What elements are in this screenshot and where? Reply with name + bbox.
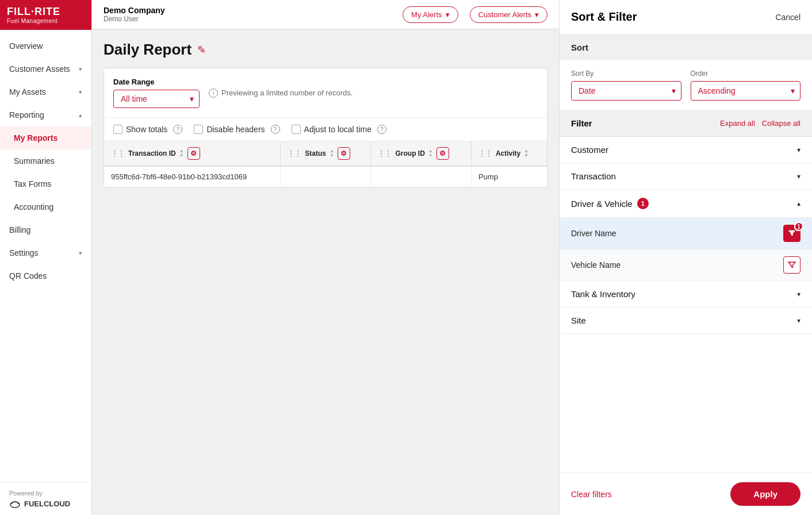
page-title: Daily Report — [104, 41, 191, 59]
filter-actions: Expand all Collapse all — [720, 119, 800, 128]
order-select-wrap: Ascending Descending ▾ — [691, 81, 801, 101]
sidebar-item-label: Billing — [9, 225, 30, 235]
date-range-section: Date Range All time Today Last 7 days La… — [113, 78, 200, 108]
filter-group-driver-vehicle-header[interactable]: Driver & Vehicle 1 ▴ — [560, 190, 812, 217]
filter-group-transaction: Transaction ▾ — [560, 163, 812, 190]
filter-group-site-header[interactable]: Site ▾ — [560, 308, 812, 333]
sidebar-item-label: Overview — [9, 41, 43, 51]
cell-group-id — [371, 166, 471, 187]
driver-name-label: Driver Name — [571, 229, 616, 238]
clear-filters-button[interactable]: Clear filters — [571, 490, 612, 499]
col-settings-icon[interactable]: ⚙ — [436, 147, 449, 160]
sort-by-label: Sort By — [571, 70, 681, 78]
show-totals-option[interactable]: Show totals ? — [113, 125, 182, 134]
sidebar-nav: Overview Customer Assets ▾ My Assets ▾ R… — [0, 30, 91, 482]
date-range-row: Date Range All time Today Last 7 days La… — [104, 68, 547, 118]
filter-group-transaction-header[interactable]: Transaction ▾ — [560, 163, 812, 189]
driver-name-filter-button[interactable]: 1 — [783, 225, 800, 242]
sort-icon[interactable]: ▲▼ — [428, 149, 433, 158]
preview-message: i Previewing a limited number of records… — [209, 89, 353, 98]
sidebar-item-label: Settings — [9, 248, 39, 258]
adjust-local-time-option[interactable]: Adjust to local time ? — [292, 125, 387, 134]
sidebar-logo: FILL·RITE Fuel Management — [0, 0, 91, 30]
filter-group-tank-inventory: Tank & Inventory ▾ — [560, 281, 812, 308]
filter-icon — [788, 229, 796, 237]
sort-by-field: Sort By Date Transaction ID Status Activ… — [571, 70, 681, 101]
disable-headers-option[interactable]: Disable headers ? — [194, 125, 279, 134]
col-settings-icon[interactable]: ⚙ — [338, 147, 350, 160]
sidebar-item-qr-codes[interactable]: QR Codes — [0, 264, 91, 287]
drag-handle-icon[interactable]: ⋮⋮ — [478, 149, 492, 157]
logo-fillrite: FILL·RITE — [7, 6, 60, 18]
fuelcloud-label: FUELCLOUD — [24, 499, 70, 508]
sidebar-item-my-reports[interactable]: My Reports — [0, 126, 91, 149]
sidebar-item-customer-assets[interactable]: Customer Assets ▾ — [0, 57, 91, 80]
sidebar-item-billing[interactable]: Billing — [0, 218, 91, 241]
filter-group-driver-vehicle: Driver & Vehicle 1 ▴ Driver Name 1 Vehic… — [560, 190, 812, 281]
chevron-down-icon: ▾ — [446, 10, 450, 19]
sidebar-item-overview[interactable]: Overview — [0, 34, 91, 57]
order-select[interactable]: Ascending Descending — [691, 81, 801, 101]
filter-sub-item-driver-name: Driver Name 1 — [560, 217, 812, 249]
sidebar-item-reporting[interactable]: Reporting ▴ — [0, 103, 91, 126]
edit-icon[interactable]: ✎ — [197, 44, 206, 56]
col-activity: ⋮⋮ Activity ▲▼ — [471, 141, 547, 166]
drag-handle-icon[interactable]: ⋮⋮ — [111, 149, 125, 157]
filter-group-customer: Customer ▾ — [560, 137, 812, 163]
disable-headers-label: Disable headers — [206, 125, 265, 134]
disable-headers-checkbox[interactable] — [194, 125, 203, 134]
panel-footer: Clear filters Apply — [560, 472, 812, 515]
table-row: 955ffc6d-7bf6-48e0-91b0-b21393cd1069 Pum… — [104, 166, 547, 187]
page-title-row: Daily Report ✎ — [104, 41, 547, 59]
order-field: Order Ascending Descending ▾ — [691, 70, 801, 101]
content-area: Daily Report ✎ Date Range All time Today… — [92, 29, 559, 515]
adjust-local-time-label: Adjust to local time — [304, 125, 372, 134]
col-settings-icon[interactable]: ⚙ — [187, 147, 200, 160]
sidebar-item-label: QR Codes — [9, 271, 47, 280]
chevron-down-icon: ▾ — [79, 89, 82, 96]
drag-handle-icon[interactable]: ⋮⋮ — [288, 149, 301, 157]
sort-fields: Sort By Date Transaction ID Status Activ… — [560, 60, 812, 110]
chevron-down-icon: ▾ — [797, 317, 800, 325]
show-totals-label: Show totals — [126, 125, 167, 134]
date-range-select[interactable]: All time Today Last 7 days Last 30 days … — [113, 90, 200, 108]
expand-all-button[interactable]: Expand all — [720, 119, 755, 128]
topbar: Demo Company Demo User My Alerts ▾ Custo… — [92, 0, 559, 29]
drag-handle-icon[interactable]: ⋮⋮ — [378, 149, 392, 157]
vehicle-name-label: Vehicle Name — [571, 260, 621, 270]
sidebar-item-accounting[interactable]: Accounting — [0, 195, 91, 218]
apply-button[interactable]: Apply — [730, 482, 800, 506]
report-table: ⋮⋮ Transaction ID ▲▼ ⚙ ⋮⋮ Status — [104, 141, 547, 187]
sidebar-item-tax-forms[interactable]: Tax Forms — [0, 172, 91, 195]
fuelcloud-icon — [9, 499, 21, 508]
cell-status — [281, 166, 371, 187]
sort-icon[interactable]: ▲▼ — [179, 149, 184, 158]
show-totals-checkbox[interactable] — [113, 125, 122, 134]
sidebar-item-summaries[interactable]: Summaries — [0, 149, 91, 172]
sidebar-item-label: My Assets — [9, 87, 46, 97]
panel-header: Sort & Filter Cancel — [560, 0, 812, 34]
company-info: Demo Company Demo User — [104, 6, 165, 23]
date-range-select-wrap: All time Today Last 7 days Last 30 days … — [113, 90, 200, 108]
vehicle-name-filter-button[interactable] — [783, 256, 800, 274]
filter-group-tank-inventory-header[interactable]: Tank & Inventory ▾ — [560, 281, 812, 307]
sidebar-item-label: Tax Forms — [14, 179, 51, 189]
my-alerts-button[interactable]: My Alerts ▾ — [403, 6, 458, 23]
info-icon: ? — [173, 125, 182, 134]
sort-icon[interactable]: ▲▼ — [330, 149, 334, 158]
filter-badge: 1 — [637, 198, 649, 209]
customer-alerts-button[interactable]: Customer Alerts ▾ — [470, 6, 547, 23]
sort-icon[interactable]: ▲▼ — [524, 149, 528, 158]
sidebar-item-my-assets[interactable]: My Assets ▾ — [0, 80, 91, 103]
filter-group-title: Transaction — [571, 171, 616, 181]
filter-group-customer-header[interactable]: Customer ▾ — [560, 137, 812, 163]
filter-group-title: Tank & Inventory — [571, 289, 635, 299]
adjust-local-time-checkbox[interactable] — [292, 125, 301, 134]
collapse-all-button[interactable]: Collapse all — [762, 119, 800, 128]
panel-title: Sort & Filter — [571, 10, 637, 24]
col-status: ⋮⋮ Status ▲▼ ⚙ — [281, 141, 371, 166]
cancel-button[interactable]: Cancel — [775, 13, 800, 22]
panel-spacer — [560, 334, 812, 472]
sidebar-item-settings[interactable]: Settings ▾ — [0, 241, 91, 264]
sort-by-select[interactable]: Date Transaction ID Status Activity — [571, 81, 681, 101]
